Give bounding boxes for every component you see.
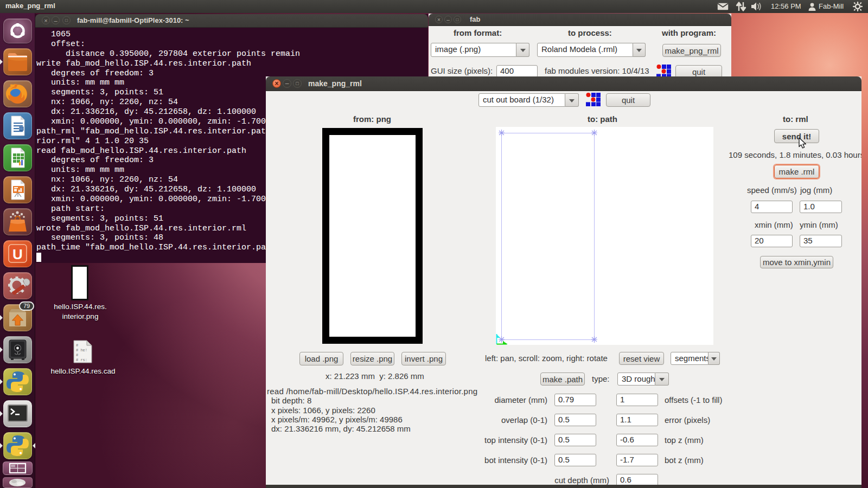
svg-text:U: U xyxy=(12,246,23,262)
svg-text:# he!: # he! xyxy=(76,348,87,352)
svg-text:#: # xyxy=(76,343,78,348)
svg-text:#: # xyxy=(76,353,78,357)
svg-text:# rs:: # rs: xyxy=(76,358,87,362)
